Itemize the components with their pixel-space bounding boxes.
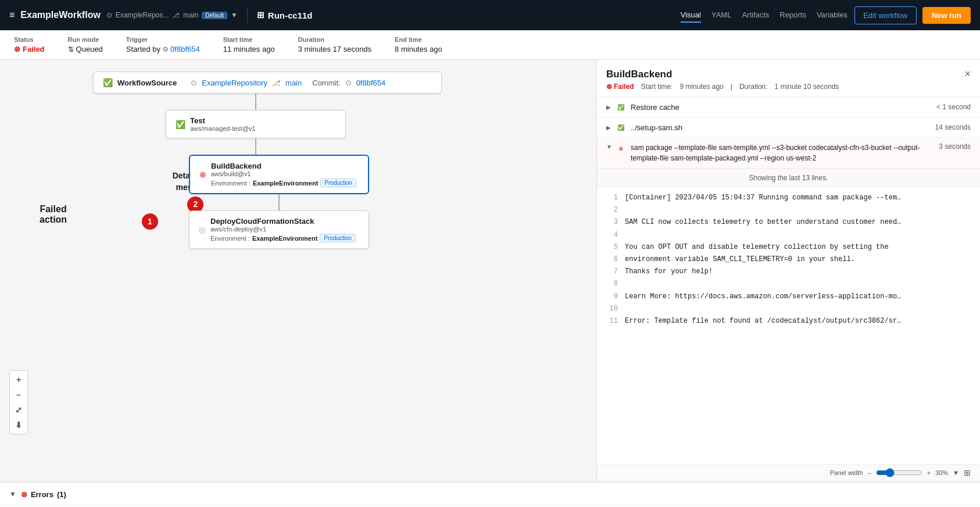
top-bar: ≡ ExampleWorkflow ⊙ ExampleRepos... ⎇ ma… — [0, 0, 980, 30]
step-expand-1[interactable]: ▶ — [606, 104, 616, 110]
deploy-status-icon: ◎ — [199, 225, 206, 234]
errors-text: Errors — [31, 490, 53, 499]
panel-width-label: Panel width — [830, 469, 863, 476]
tab-variables[interactable]: Variables — [817, 8, 847, 23]
log-line-text: Thanks for your help! — [625, 266, 713, 277]
log-line-text: Error: Template file not found at /codec… — [625, 316, 904, 327]
test-status-icon: ✅ — [176, 120, 185, 129]
panel-width-dropdown[interactable]: ▼ — [953, 469, 959, 476]
menu-icon: ≡ — [9, 10, 15, 20]
repo-info: ⊙ ExampleRepos... ⎇ main Default ▼ — [106, 11, 238, 19]
panel-header: BuildBackend × ⊗ Failed Start time: 9 mi… — [597, 60, 980, 97]
status-label: Status — [14, 36, 45, 43]
errors-bar[interactable]: ▼ ⊗ Errors (1) — [0, 482, 980, 505]
panel-width-minus[interactable]: – — [868, 469, 871, 476]
log-line: 4 — [597, 229, 980, 241]
panel-close-button[interactable]: × — [964, 68, 971, 80]
build-status-icon: ⊗ — [199, 170, 206, 179]
queue-icon: ⇅ — [68, 45, 74, 53]
trigger-info: Trigger Started by ⊙ 0f8bf654 — [126, 36, 200, 53]
chevron-icon[interactable]: ▼ — [231, 11, 238, 19]
panel-status-failed: ⊗ Failed — [606, 83, 634, 91]
branch-badge: Default — [202, 12, 227, 19]
edit-workflow-button[interactable]: Edit workflow — [854, 6, 917, 24]
run-name: Run-cc11d — [268, 10, 313, 20]
zoom-expand-button[interactable]: ⤢ — [12, 404, 25, 416]
step-duration-3: 3 seconds — [939, 142, 971, 151]
panel-width-plus[interactable]: + — [927, 469, 931, 476]
panel-duration-label: Duration: — [739, 83, 768, 91]
panel-grid-icon[interactable]: ⊞ — [964, 468, 971, 477]
error-icon: ⊗ — [21, 490, 27, 499]
duration-label: Duration — [298, 36, 371, 43]
repo-icon: ⊙ — [106, 11, 112, 19]
workflow-source-node[interactable]: ✅ WorkflowSource ⊙ ExampleRepository ⎇ m… — [93, 72, 442, 94]
log-section: Showing the last 13 lines. 1[Container] … — [597, 169, 980, 464]
build-env: Environment : ExampleEnvironment Product… — [211, 178, 356, 187]
log-content[interactable]: 1[Container] 2023/04/05 15:04:37 Running… — [597, 187, 980, 464]
start-time-label: Start time — [223, 36, 275, 43]
source-repo-link[interactable]: ExampleRepository — [202, 78, 267, 87]
divider — [247, 7, 248, 23]
new-run-button[interactable]: New run — [922, 7, 971, 24]
tab-yaml[interactable]: YAML — [711, 8, 731, 23]
tab-reports[interactable]: Reports — [779, 8, 806, 23]
step-expand-3[interactable]: ▼ — [606, 144, 616, 150]
log-line: 7Thanks for your help! — [597, 266, 980, 278]
test-sub: aws/managed-test@v1 — [190, 125, 256, 132]
step-name-3: sam package --template-file sam-templte.… — [631, 142, 939, 163]
zoom-out-button[interactable]: – — [12, 388, 25, 401]
panel-width-value: 30% — [935, 469, 948, 476]
source-branch-link[interactable]: main — [285, 78, 302, 87]
tab-bar: Visual YAML Artifacts Reports Variables — [681, 8, 847, 23]
zoom-save-button[interactable]: ⬇ — [12, 419, 25, 431]
tab-artifacts[interactable]: Artifacts — [742, 8, 769, 23]
source-repo-icon: ⊙ — [191, 78, 197, 87]
source-label: WorkflowSource — [117, 78, 177, 87]
log-line-text: You can OPT OUT and disable telemetry co… — [625, 242, 889, 253]
source-status-icon: ✅ — [103, 78, 113, 87]
status-value: Failed — [14, 45, 45, 53]
zoom-in-button[interactable]: + — [12, 373, 25, 386]
step-duration-2: 14 seconds — [935, 123, 971, 131]
tab-visual[interactable]: Visual — [681, 8, 701, 23]
trigger-commit-link[interactable]: 0f8bf654 — [170, 45, 200, 53]
log-line: 6environment variable SAM_CLI_TELEMETRY=… — [597, 254, 980, 266]
errors-chevron-icon[interactable]: ▼ — [9, 490, 16, 498]
step-expand-2[interactable]: ▶ — [606, 124, 616, 131]
run-mode-info: Run mode ⇅ Queued — [68, 36, 103, 53]
build-backend-node[interactable]: ⊗ BuildBackend aws/build@v1 Environment … — [189, 155, 369, 194]
step-restore-cache[interactable]: ▶ ✅ Restore cache < 1 second — [597, 97, 980, 117]
start-time-info: Start time 11 minutes ago — [223, 36, 275, 53]
log-line-number: 1 — [606, 192, 618, 203]
trigger-text: Started by — [126, 45, 160, 53]
info-bar: Status Failed Run mode ⇅ Queued Trigger … — [0, 30, 980, 60]
panel-width-bar: Panel width – + 30% ▼ ⊞ — [597, 464, 980, 481]
trigger-label: Trigger — [126, 36, 200, 43]
step-setup-sam[interactable]: ▶ ✅ ../setup-sam.sh 14 seconds — [597, 117, 980, 138]
deploy-env-label: Environment : — [210, 235, 250, 242]
build-env-badge: Production — [320, 178, 356, 187]
test-label: Test — [190, 116, 256, 125]
log-line-number: 10 — [606, 304, 618, 315]
source-commit-link[interactable]: 0f8bf654 — [356, 78, 386, 87]
step-sam-package[interactable]: ▼ ⊗ sam package --template-file sam-temp… — [597, 138, 980, 169]
log-info-text: Showing the last 13 lines. — [749, 174, 828, 182]
panel-fail-text: Failed — [614, 83, 634, 91]
deploy-node[interactable]: ◎ DeployCloudFormationStack aws/cfn-depl… — [189, 210, 369, 249]
connector-2 — [255, 138, 256, 155]
trigger-icon: ⊙ — [163, 45, 168, 53]
main-content: + – ⤢ ⬇ Failed action 1 Detailed log mes… — [0, 60, 980, 481]
log-line-number: 4 — [606, 230, 618, 241]
duration-info: Duration 3 minutes 17 seconds — [298, 36, 371, 53]
repo-label: ExampleRepos... — [116, 11, 169, 19]
trigger-value: Started by ⊙ 0f8bf654 — [126, 45, 200, 53]
deploy-sub: aws/cfn-deploy@v1 — [210, 226, 356, 233]
panel-width-slider[interactable] — [876, 468, 922, 477]
source-commit-icon: ⊙ — [345, 78, 352, 87]
test-node[interactable]: ✅ Test aws/managed-test@v1 — [166, 110, 346, 138]
log-line: 8 — [597, 278, 980, 290]
step-icon-3: ⊗ — [616, 143, 626, 153]
workflow-canvas: ✅ WorkflowSource ⊙ ExampleRepository ⎇ m… — [35, 72, 477, 249]
log-line-number: 7 — [606, 266, 618, 277]
